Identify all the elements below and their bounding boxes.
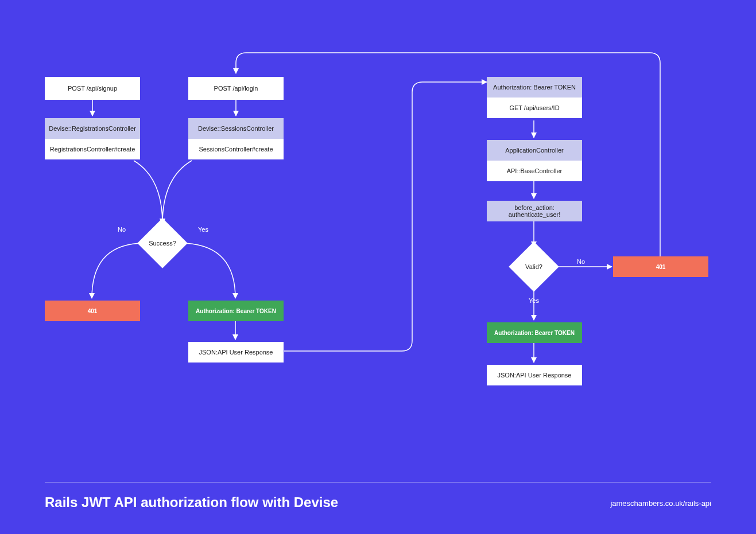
left-json: JSON:API User Response: [188, 342, 284, 363]
login-super: Devise::SessionsController: [188, 118, 284, 139]
right-401: 401: [613, 256, 708, 277]
signup-action: RegistrationsController#create: [45, 139, 140, 159]
right-base: API::BaseController: [487, 161, 582, 181]
edge-yes-right: Yes: [529, 297, 539, 304]
edge-no-right: No: [577, 258, 585, 265]
right-app: ApplicationController: [487, 140, 582, 161]
decision-success: Success?: [145, 225, 180, 261]
post-signup: POST /api/signup: [45, 77, 140, 100]
right-token: Authorization: Bearer TOKEN: [487, 322, 582, 343]
signup-super: Devise::RegistrationsController: [45, 118, 140, 139]
diagram-link: jameschambers.co.uk/rails-api: [610, 499, 711, 508]
decision-valid-label: Valid?: [516, 249, 552, 284]
decision-success-label: Success?: [145, 225, 180, 261]
edge-yes-left: Yes: [198, 226, 208, 233]
decision-valid: Valid?: [516, 249, 552, 284]
edge-no-left: No: [118, 226, 126, 233]
right-json: JSON:API User Response: [487, 365, 582, 385]
right-header: Authorization: Bearer TOKEN: [487, 77, 582, 98]
right-get: GET /api/users/ID: [487, 98, 582, 118]
right-before: before_action: authenticate_user!: [487, 201, 582, 221]
diagram-title: Rails JWT API authorization flow with De…: [45, 494, 338, 510]
post-login: POST /api/login: [188, 77, 284, 100]
footer-divider: [45, 482, 711, 482]
login-action: SessionsController#create: [188, 139, 284, 159]
left-token: Authorization: Bearer TOKEN: [188, 301, 284, 321]
left-401: 401: [45, 301, 140, 321]
